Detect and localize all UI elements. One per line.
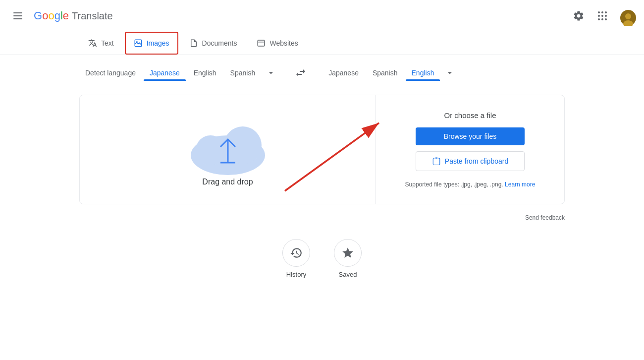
target-more-languages-button[interactable] xyxy=(442,65,458,81)
chevron-down-icon xyxy=(266,68,276,78)
detect-language-button[interactable]: Detect language xyxy=(79,65,142,81)
svg-rect-1 xyxy=(13,15,22,16)
websites-tab-icon xyxy=(257,39,266,48)
swap-languages-button[interactable] xyxy=(291,63,311,83)
send-feedback-link[interactable]: Send feedback xyxy=(525,214,565,221)
images-tab-icon xyxy=(134,39,143,48)
right-panel: Or choose a file Browse your files Paste… xyxy=(376,95,564,204)
svg-point-11 xyxy=(605,18,607,20)
tab-websites-label: Websites xyxy=(269,39,298,47)
source-spanish-button[interactable]: Spanish xyxy=(224,65,262,81)
account-button[interactable] xyxy=(616,6,636,26)
tab-images[interactable]: Images xyxy=(125,32,178,55)
grid-icon xyxy=(596,10,608,22)
svg-point-5 xyxy=(605,11,607,13)
target-spanish-button[interactable]: Spanish xyxy=(367,65,404,81)
send-feedback-section: Send feedback xyxy=(0,212,644,223)
tab-text[interactable]: Text xyxy=(79,32,123,55)
menu-icon xyxy=(13,12,22,19)
svg-point-13 xyxy=(625,13,631,19)
svg-point-21 xyxy=(224,126,262,164)
header: Google Translate xyxy=(0,0,644,32)
history-label: History xyxy=(286,271,306,278)
svg-point-6 xyxy=(598,15,600,17)
svg-point-4 xyxy=(601,11,603,13)
drag-drop-text: Drag and drop xyxy=(202,178,253,186)
language-bar: Detect language Japanese English Spanish… xyxy=(0,59,644,87)
source-language-selector: Detect language Japanese English Spanish xyxy=(79,65,279,81)
target-language-selector: Japanese Spanish English xyxy=(322,65,458,81)
tab-documents[interactable]: Documents xyxy=(180,32,246,55)
translate-box: Drag and drop Or choose a file Browse yo… xyxy=(79,95,565,204)
chevron-down-icon-target xyxy=(445,68,455,78)
source-english-button[interactable]: English xyxy=(188,65,222,81)
tab-documents-label: Documents xyxy=(202,39,237,47)
browse-files-button[interactable]: Browse your files xyxy=(416,127,525,145)
header-right xyxy=(569,6,636,26)
learn-more-link[interactable]: Learn more xyxy=(505,181,535,188)
menu-button[interactable] xyxy=(8,6,28,26)
saved-icon-circle[interactable] xyxy=(334,239,362,267)
swap-icon xyxy=(295,67,307,79)
history-icon xyxy=(290,246,303,259)
supported-types-text: Supported file types: .jpg, .jpeg, .png.… xyxy=(405,181,536,188)
svg-rect-2 xyxy=(13,18,22,19)
star-icon xyxy=(341,246,354,259)
translate-wordmark: Translate xyxy=(72,10,113,22)
paste-label: Paste from clipboard xyxy=(445,157,508,165)
bottom-section: History Saved xyxy=(0,223,644,278)
svg-point-9 xyxy=(598,18,600,20)
tab-websites[interactable]: Websites xyxy=(248,32,307,55)
tab-text-label: Text xyxy=(101,39,114,47)
svg-rect-17 xyxy=(258,40,265,46)
tab-bar: Text Images Documents Websites xyxy=(0,32,644,55)
cloud-upload-icon xyxy=(178,113,277,178)
svg-point-10 xyxy=(601,18,603,20)
svg-rect-24 xyxy=(435,158,438,159)
saved-label: Saved xyxy=(339,271,357,278)
text-tab-icon xyxy=(88,39,97,48)
svg-point-7 xyxy=(601,15,603,17)
svg-rect-0 xyxy=(13,12,22,13)
or-choose-label: Or choose a file xyxy=(444,111,496,120)
avatar xyxy=(620,10,632,22)
tab-images-label: Images xyxy=(147,39,169,47)
google-translate-logo[interactable]: Google Translate xyxy=(34,9,113,22)
main-content: Drag and drop Or choose a file Browse yo… xyxy=(0,87,644,212)
documents-tab-icon xyxy=(189,39,198,48)
history-icon-circle[interactable] xyxy=(282,239,310,267)
google-wordmark: Google xyxy=(34,9,69,22)
target-japanese-button[interactable]: Japanese xyxy=(322,65,365,81)
settings-button[interactable] xyxy=(569,6,589,26)
history-item[interactable]: History xyxy=(282,239,310,278)
svg-point-3 xyxy=(598,11,600,13)
drop-zone[interactable]: Drag and drop xyxy=(80,95,376,204)
clipboard-icon xyxy=(432,157,441,166)
paste-clipboard-button[interactable]: Paste from clipboard xyxy=(416,151,525,171)
svg-point-20 xyxy=(196,135,225,165)
saved-item[interactable]: Saved xyxy=(334,239,362,278)
source-more-languages-button[interactable] xyxy=(263,65,279,81)
target-english-button[interactable]: English xyxy=(406,65,440,81)
source-japanese-button[interactable]: Japanese xyxy=(144,65,186,81)
gear-icon xyxy=(573,10,585,22)
svg-point-8 xyxy=(605,15,607,17)
header-left: Google Translate xyxy=(8,6,113,26)
apps-button[interactable] xyxy=(592,6,612,26)
